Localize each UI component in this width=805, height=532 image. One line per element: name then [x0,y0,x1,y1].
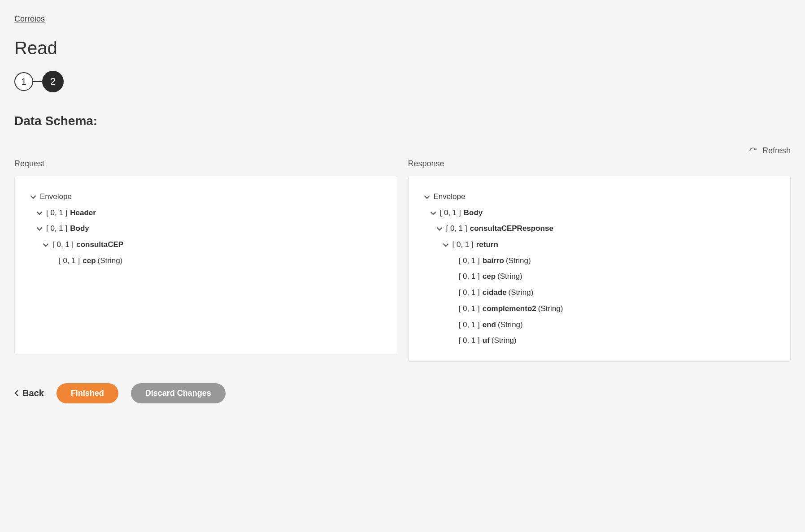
tree-node-name: Header [70,205,96,221]
chevron-down-icon[interactable] [42,241,50,249]
refresh-label: Refresh [762,146,791,156]
refresh-button[interactable]: Refresh [749,146,791,156]
breadcrumb-link[interactable]: Correios [14,14,45,24]
page-title: Read [14,38,791,58]
discard-button[interactable]: Discard Changes [131,383,226,403]
response-panel: Envelope[ 0, 1 ] Body[ 0, 1 ] consultaCE… [408,176,791,362]
tree-node-type: (String) [98,253,123,269]
tree-cardinality: [ 0, 1 ] [459,301,480,317]
tree-node: [ 0, 1 ] end (String) [423,317,776,333]
tree-cardinality: [ 0, 1 ] [440,205,461,221]
step-1[interactable]: 1 [14,72,33,91]
tree-node-name: cidade [483,285,507,301]
tree-node-name: Body [70,221,89,237]
tree-node-name: cep [83,253,96,269]
tree-node: [ 0, 1 ] consultaCEP [29,237,383,253]
tree-cardinality: [ 0, 1 ] [59,253,80,269]
tree-cardinality: [ 0, 1 ] [46,205,67,221]
tree-node: [ 0, 1 ] Body [29,221,383,237]
tree-node-name: complemento2 [483,301,536,317]
chevron-left-icon [14,390,19,396]
chevron-down-icon[interactable] [435,225,444,233]
tree-node-name: consultaCEPResponse [470,221,553,237]
tree-node: [ 0, 1 ] bairro (String) [423,253,776,269]
tree-cardinality: [ 0, 1 ] [459,333,480,349]
tree-node: [ 0, 1 ] uf (String) [423,333,776,349]
tree-cardinality: [ 0, 1 ] [459,317,480,333]
request-panel: Envelope[ 0, 1 ] Header[ 0, 1 ] Body[ 0,… [14,176,397,355]
tree-cardinality: [ 0, 1 ] [453,237,474,253]
section-title: Data Schema: [14,114,791,128]
stepper: 1 2 [14,71,791,92]
tree-node-type: (String) [498,317,523,333]
tree-cardinality: [ 0, 1 ] [459,268,480,285]
chevron-down-icon[interactable] [29,193,37,201]
tree-node: Envelope [423,189,776,205]
tree-node-name: Envelope [40,189,72,205]
tree-cardinality: [ 0, 1 ] [52,237,74,253]
tree-node: [ 0, 1 ] Header [29,205,383,221]
tree-node: [ 0, 1 ] cep (String) [29,253,383,269]
step-2[interactable]: 2 [42,71,64,92]
tree-node-name: return [476,237,498,253]
tree-node-name: end [483,317,496,333]
tree-cardinality: [ 0, 1 ] [46,221,67,237]
tree-node-type: (String) [492,333,517,349]
request-label: Request [14,159,397,169]
tree-node-name: bairro [483,253,504,269]
tree-node: [ 0, 1 ] complemento2 (String) [423,301,776,317]
chevron-down-icon[interactable] [35,225,44,233]
back-button[interactable]: Back [14,388,44,398]
step-connector [33,81,42,82]
response-label: Response [408,159,791,169]
chevron-down-icon[interactable] [35,209,44,217]
tree-cardinality: [ 0, 1 ] [459,253,480,269]
tree-node-type: (String) [506,253,531,269]
finished-button[interactable]: Finished [57,383,118,403]
chevron-down-icon[interactable] [442,241,450,249]
tree-node-name: Envelope [434,189,466,205]
refresh-icon [749,147,757,155]
tree-node: [ 0, 1 ] return [423,237,776,253]
back-label: Back [22,388,44,398]
tree-node-name: uf [483,333,490,349]
tree-node: Envelope [29,189,383,205]
tree-cardinality: [ 0, 1 ] [459,285,480,301]
tree-node: [ 0, 1 ] consultaCEPResponse [423,221,776,237]
tree-node-type: (String) [509,285,534,301]
tree-node-name: consultaCEP [76,237,123,253]
tree-node-type: (String) [497,268,522,285]
chevron-down-icon[interactable] [423,193,431,201]
tree-node: [ 0, 1 ] cidade (String) [423,285,776,301]
chevron-down-icon[interactable] [429,209,437,217]
tree-node-type: (String) [538,301,563,317]
tree-node: [ 0, 1 ] Body [423,205,776,221]
tree-cardinality: [ 0, 1 ] [446,221,467,237]
tree-node-name: Body [464,205,483,221]
tree-node-name: cep [483,268,496,285]
tree-node: [ 0, 1 ] cep (String) [423,268,776,285]
